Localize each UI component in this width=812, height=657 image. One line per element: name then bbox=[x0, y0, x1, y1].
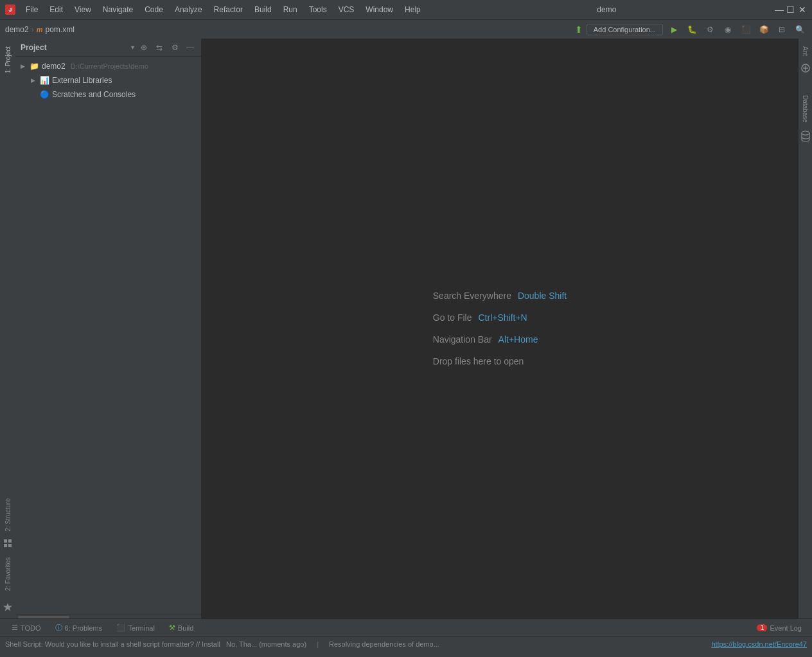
problems-icon: ⓘ bbox=[55, 623, 62, 633]
project-panel-title: Project bbox=[21, 43, 127, 52]
window-controls: — ☐ ✕ bbox=[775, 5, 807, 14]
sidebar-item-favorites[interactable]: 2: Favorites bbox=[4, 552, 12, 596]
menu-tools[interactable]: Tools bbox=[304, 4, 332, 15]
ant-icon bbox=[801, 64, 810, 73]
status-separator: | bbox=[317, 640, 319, 648]
settings-button[interactable]: ⚙ bbox=[169, 42, 181, 53]
hint-drop-files: Drop files here to open bbox=[433, 356, 567, 366]
tab-build-label: Build bbox=[178, 624, 193, 632]
editor-area[interactable]: Search Everywhere Double Shift Go to Fil… bbox=[202, 39, 798, 618]
sidebar-item-project[interactable]: 1: Project bbox=[4, 41, 12, 78]
libraries-icon: 📊 bbox=[40, 76, 49, 85]
menu-file[interactable]: File bbox=[21, 4, 43, 15]
favorites-icon bbox=[3, 602, 12, 611]
title-bar: J File Edit View Navigate Code Analyze R… bbox=[0, 0, 812, 19]
right-tool-strip: Ant Database bbox=[798, 39, 812, 618]
collapse-all-button[interactable]: ⇆ bbox=[154, 42, 165, 53]
project-panel: Project ▾ ⊕ ⇆ ⚙ — ▶ 📁 demo2 D:\CurrentPr… bbox=[15, 39, 202, 618]
hint-drop-label: Drop files here to open bbox=[433, 356, 524, 366]
menu-help[interactable]: Help bbox=[400, 4, 426, 15]
tab-build[interactable]: ⚒ Build bbox=[163, 622, 200, 633]
tree-label-demo2: demo2 bbox=[42, 62, 66, 71]
star-icon[interactable] bbox=[3, 602, 12, 613]
tab-terminal[interactable]: ⬛ Terminal bbox=[110, 622, 161, 633]
svg-rect-1 bbox=[8, 539, 12, 543]
database-icon bbox=[801, 130, 810, 143]
sidebar-item-database[interactable]: Database bbox=[800, 90, 810, 128]
svg-rect-2 bbox=[4, 544, 7, 547]
svg-point-8 bbox=[802, 131, 809, 135]
build-icon: ⚒ bbox=[169, 624, 175, 632]
menu-navigate[interactable]: Navigate bbox=[98, 4, 138, 15]
tab-todo[interactable]: ☰ TODO bbox=[5, 622, 48, 633]
menu-refactor[interactable]: Refactor bbox=[209, 4, 248, 15]
menu-bar: File Edit View Navigate Code Analyze Ref… bbox=[21, 4, 426, 15]
tree-label-scratches: Scratches and Consoles bbox=[52, 90, 136, 99]
status-message: Shell Script: Would you like to install … bbox=[5, 640, 306, 648]
minimize-button[interactable]: — bbox=[775, 5, 784, 14]
tree-arrow-demo2: ▶ bbox=[21, 63, 27, 69]
close-button[interactable]: ✕ bbox=[798, 5, 807, 14]
tree-item-demo2[interactable]: ▶ 📁 demo2 D:\CurrentProjects\demo bbox=[15, 59, 201, 73]
split-editor-button[interactable]: ⊟ bbox=[775, 22, 789, 37]
nav-bar: demo2 › m pom.xml ⬆ Add Configuration...… bbox=[0, 19, 812, 39]
hint-search-shortcut: Double Shift bbox=[518, 291, 567, 301]
coverage-button[interactable]: ⚙ bbox=[703, 22, 717, 37]
hint-goto-label: Go to File bbox=[433, 312, 472, 323]
collapse-icon bbox=[3, 538, 13, 548]
scrollbar-thumb[interactable] bbox=[18, 616, 69, 618]
tab-terminal-label: Terminal bbox=[128, 624, 155, 632]
menu-run[interactable]: Run bbox=[278, 4, 303, 15]
app-icon: J bbox=[5, 4, 15, 15]
menu-edit[interactable]: Edit bbox=[44, 4, 68, 15]
sidebar-item-ant[interactable]: Ant bbox=[800, 41, 810, 61]
menu-build[interactable]: Build bbox=[249, 4, 277, 15]
tree-arrow-extlib: ▶ bbox=[31, 77, 37, 84]
bottom-tabs: ☰ TODO ⓘ 6: Problems ⬛ Terminal ⚒ Build … bbox=[0, 619, 812, 637]
breadcrumb: demo2 › m pom.xml bbox=[5, 25, 75, 34]
bottom-panel: ☰ TODO ⓘ 6: Problems ⬛ Terminal ⚒ Build … bbox=[0, 618, 812, 657]
add-content-root-button[interactable]: ⊕ bbox=[138, 42, 150, 53]
menu-window[interactable]: Window bbox=[360, 4, 398, 15]
profiler-button[interactable]: ◉ bbox=[721, 22, 735, 37]
tab-problems[interactable]: ⓘ 6: Problems bbox=[49, 622, 109, 634]
svg-rect-3 bbox=[8, 544, 12, 547]
scratches-icon: 🔵 bbox=[40, 90, 49, 99]
status-url-link[interactable]: https://blog.csdn.net/Encore47 bbox=[711, 640, 807, 648]
welcome-content: Search Everywhere Double Shift Go to Fil… bbox=[433, 291, 567, 366]
hide-panel-button[interactable]: — bbox=[184, 42, 196, 53]
event-log-label: Event Log bbox=[770, 624, 802, 632]
strip-spacer bbox=[3, 538, 13, 551]
sidebar-item-structure[interactable]: 2: Structure bbox=[4, 493, 12, 537]
tree-item-scratches[interactable]: 🔵 Scratches and Consoles bbox=[15, 87, 201, 102]
project-panel-dropdown[interactable]: ▾ bbox=[131, 44, 134, 51]
tree-item-external-libraries[interactable]: ▶ 📊 External Libraries bbox=[15, 73, 201, 87]
stop-button[interactable]: ⬛ bbox=[739, 22, 753, 37]
pom-file-icon: m bbox=[37, 26, 43, 33]
ant-icon-sep bbox=[801, 64, 810, 75]
menu-vcs[interactable]: VCS bbox=[333, 4, 360, 15]
hint-search-label: Search Everywhere bbox=[433, 291, 511, 301]
hint-nav-shortcut: Alt+Home bbox=[499, 334, 538, 345]
tab-problems-label: 6: Problems bbox=[65, 624, 103, 632]
menu-analyze[interactable]: Analyze bbox=[170, 4, 207, 15]
add-configuration-button[interactable]: Add Configuration... bbox=[587, 24, 663, 35]
breadcrumb-project[interactable]: demo2 bbox=[5, 25, 29, 34]
search-everywhere-button[interactable]: 🔍 bbox=[793, 22, 807, 37]
menu-code[interactable]: Code bbox=[139, 4, 168, 15]
nav-right: ⬆ Add Configuration... ▶ 🐛 ⚙ ◉ ⬛ 📦 ⊟ 🔍 bbox=[575, 22, 807, 37]
title-bar-left: J File Edit View Navigate Code Analyze R… bbox=[5, 4, 426, 15]
project-panel-header: Project ▾ ⊕ ⇆ ⚙ — bbox=[15, 39, 201, 57]
run-button[interactable]: ▶ bbox=[667, 22, 681, 37]
hint-nav-label: Navigation Bar bbox=[433, 334, 492, 345]
breadcrumb-filename[interactable]: pom.xml bbox=[45, 25, 74, 34]
database-icon-sep bbox=[801, 130, 810, 145]
debug-button[interactable]: 🐛 bbox=[685, 22, 699, 37]
build-artifacts-button[interactable]: 📦 bbox=[757, 22, 771, 37]
folder-icon: 📁 bbox=[30, 62, 39, 71]
tab-todo-label: TODO bbox=[21, 624, 41, 632]
maximize-button[interactable]: ☐ bbox=[786, 5, 795, 14]
todo-icon: ☰ bbox=[12, 624, 18, 632]
menu-view[interactable]: View bbox=[69, 4, 96, 15]
event-log-button[interactable]: 1 Event Log bbox=[752, 623, 807, 633]
